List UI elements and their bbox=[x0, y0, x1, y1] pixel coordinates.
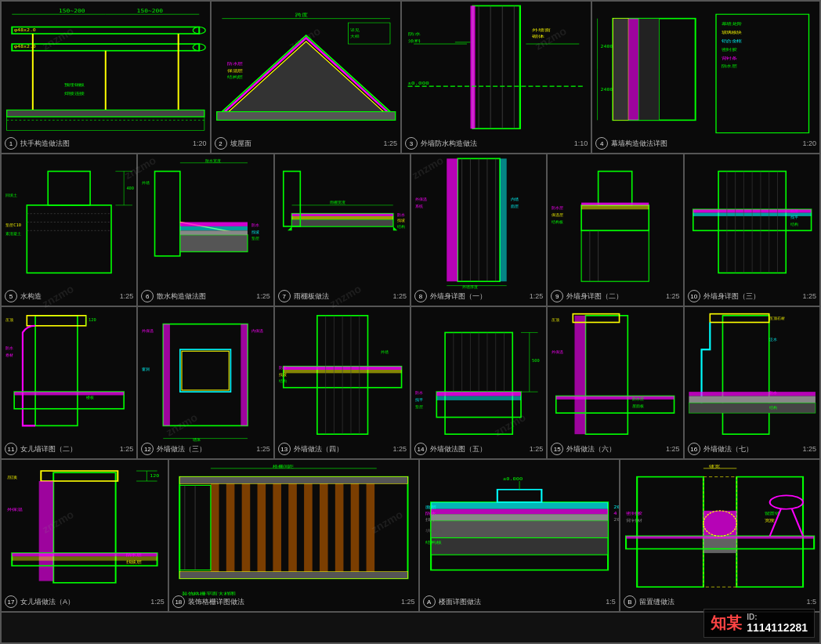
svg-rect-223 bbox=[273, 481, 281, 574]
cell-scale-11: 1:25 bbox=[120, 445, 134, 453]
svg-rect-7 bbox=[7, 110, 204, 117]
cell-title-16: 外墙做法（七） bbox=[703, 444, 753, 454]
svg-rect-244 bbox=[497, 490, 541, 502]
cell-label-10: 10 外墙身详图（三） 1:25 bbox=[688, 290, 816, 302]
svg-text:120: 120 bbox=[150, 472, 159, 477]
svg-rect-242 bbox=[431, 521, 608, 538]
cell-3-5: 压顶 外保温 防水层 屋面板 15 外墙做法（六） 1:25 bbox=[548, 307, 684, 458]
cell-num-14: 14 bbox=[414, 443, 427, 455]
svg-rect-85 bbox=[291, 214, 392, 216]
cell-title-A: 楼面详图做法 bbox=[439, 597, 481, 607]
cell-label-6: 6 散水构造做法图 1:25 bbox=[141, 290, 269, 302]
cell-num-9: 9 bbox=[551, 290, 563, 302]
cell-title-12: 外墙做法（三） bbox=[157, 444, 206, 454]
svg-text:找坡: 找坡 bbox=[278, 372, 287, 377]
cell-label-13: 13 外墙做法（四） 1:25 bbox=[278, 443, 407, 455]
svg-rect-30 bbox=[472, 5, 519, 128]
svg-text:密封胶: 密封胶 bbox=[722, 46, 737, 51]
cell-label-4: 4 幕墙构造做法详图 1:20 bbox=[595, 137, 816, 150]
svg-rect-147 bbox=[164, 324, 171, 426]
svg-text:保温层: 保温层 bbox=[552, 212, 564, 217]
svg-text:内保温: 内保温 bbox=[252, 328, 264, 333]
svg-text:压顶: 压顶 bbox=[5, 317, 13, 322]
svg-text:结构板: 结构板 bbox=[552, 219, 564, 224]
svg-text:外保温: 外保温 bbox=[7, 507, 23, 512]
svg-rect-146 bbox=[182, 351, 229, 390]
svg-text:找坡: 找坡 bbox=[251, 230, 260, 234]
svg-rect-112 bbox=[581, 203, 649, 205]
cell-title-6: 散水构造做法图 bbox=[157, 291, 206, 302]
svg-rect-239 bbox=[431, 502, 608, 509]
svg-rect-256 bbox=[736, 477, 803, 588]
svg-text:找平: 找平 bbox=[789, 215, 797, 219]
svg-rect-35 bbox=[470, 5, 475, 128]
svg-text:防水层: 防水层 bbox=[632, 396, 644, 401]
svg-rect-46 bbox=[613, 19, 629, 121]
svg-rect-197 bbox=[689, 396, 816, 403]
svg-rect-225 bbox=[304, 481, 313, 574]
cell-label-1: 1 扶手构造做法图 1:20 bbox=[5, 137, 207, 150]
svg-marker-20 bbox=[222, 42, 390, 118]
cell-scale-13: 1:25 bbox=[392, 445, 407, 453]
cell-2-2: 外墙 防水 找坡 垫层 散水宽度 6 散水构造做法图 1:25 bbox=[138, 154, 274, 306]
svg-line-268 bbox=[792, 509, 803, 537]
svg-text:20: 20 bbox=[613, 517, 619, 522]
row-2: 回填土 垫层C10 素混凝土 400 5 水构造 1:25 bbox=[2, 154, 819, 307]
svg-text:400: 400 bbox=[126, 186, 134, 190]
svg-text:保温: 保温 bbox=[769, 397, 776, 402]
cell-label-5: 5 水构造 1:25 bbox=[5, 290, 133, 302]
svg-rect-137 bbox=[14, 392, 124, 395]
svg-rect-194 bbox=[722, 316, 769, 434]
cell-label-8: 8 外墙身详图（一） 1:25 bbox=[414, 290, 543, 302]
cell-title-4: 幕墙构造做法详图 bbox=[611, 139, 667, 149]
cell-title-11: 女儿墙详图（二） bbox=[20, 444, 77, 454]
cell-num-4: 4 bbox=[595, 137, 608, 150]
svg-text:焊接连接: 焊接连接 bbox=[64, 91, 85, 96]
cell-2-5: 防水层 保温层 结构板 9 外墙身详图（二） 1:25 bbox=[548, 154, 684, 306]
cell-title-9: 外墙身详图（二） bbox=[566, 291, 623, 302]
cell-num-3: 3 bbox=[405, 137, 418, 150]
svg-rect-220 bbox=[226, 481, 235, 574]
id-badge-label: ID: bbox=[747, 613, 757, 621]
svg-rect-77 bbox=[180, 230, 248, 234]
cell-title-18: 装饰格栅详图做法 bbox=[188, 597, 244, 607]
cell-scale-7: 1:25 bbox=[392, 292, 407, 300]
cell-scale-8: 1:25 bbox=[530, 292, 544, 300]
cell-scale-17: 1:25 bbox=[150, 598, 165, 606]
cell-2-3: 防水 找坡 结构 雨棚宽度 7 雨棚板做法 1:25 bbox=[275, 154, 411, 306]
svg-text:垫层: 垫层 bbox=[252, 236, 260, 241]
cell-num-B: B bbox=[624, 595, 636, 608]
svg-rect-243 bbox=[431, 537, 608, 555]
svg-text:铝合金框: 铝合金框 bbox=[721, 38, 742, 43]
cell-title-7: 雨棚板做法 bbox=[294, 291, 329, 302]
cell-2-1: 回填土 垫层C10 素混凝土 400 5 水构造 1:25 bbox=[2, 154, 138, 306]
cell-title-5: 水构造 bbox=[20, 291, 42, 302]
cell-scale-16: 1:25 bbox=[802, 445, 816, 453]
svg-rect-27 bbox=[348, 23, 390, 44]
svg-text:结构层: 结构层 bbox=[227, 74, 243, 79]
svg-rect-185 bbox=[586, 316, 628, 434]
svg-text:保温层: 保温层 bbox=[227, 67, 243, 72]
cell-2-4: 外保温 系统 内墙 面层 外墙厚度 8 外墙身详图（一） 1:25 bbox=[411, 154, 548, 306]
svg-marker-92 bbox=[288, 226, 291, 230]
svg-text:缝宽: 缝宽 bbox=[709, 464, 719, 469]
svg-text:找平: 找平 bbox=[425, 517, 436, 522]
svg-text:幕墙龙骨: 幕墙龙骨 bbox=[722, 21, 742, 26]
svg-rect-145 bbox=[180, 349, 231, 392]
cell-2-6: 面层 找平 结构 10 外墙身详图（三） 1:25 bbox=[685, 154, 819, 306]
svg-text:防水: 防水 bbox=[407, 31, 420, 37]
svg-text:φ48x2.0: φ48x2.0 bbox=[14, 44, 36, 49]
svg-rect-111 bbox=[599, 172, 632, 205]
svg-rect-75 bbox=[180, 223, 248, 226]
svg-text:外保温: 外保温 bbox=[143, 328, 154, 333]
svg-text:宽度: 宽度 bbox=[764, 518, 774, 523]
cell-label-15: 15 外墙做法（六） 1:25 bbox=[551, 443, 679, 455]
svg-text:结构: 结构 bbox=[397, 224, 405, 229]
cell-scale-3: 1:10 bbox=[574, 139, 588, 147]
cell-title-1: 扶手构造做法图 bbox=[20, 139, 70, 149]
svg-text:面层: 面层 bbox=[511, 204, 519, 208]
cell-label-14: 14 外墙做法图（五） 1:25 bbox=[414, 443, 543, 455]
cell-title-17: 女儿墙做法（A） bbox=[20, 597, 74, 607]
svg-text:4: 4 bbox=[613, 511, 617, 516]
svg-text:防水: 防水 bbox=[415, 390, 423, 395]
